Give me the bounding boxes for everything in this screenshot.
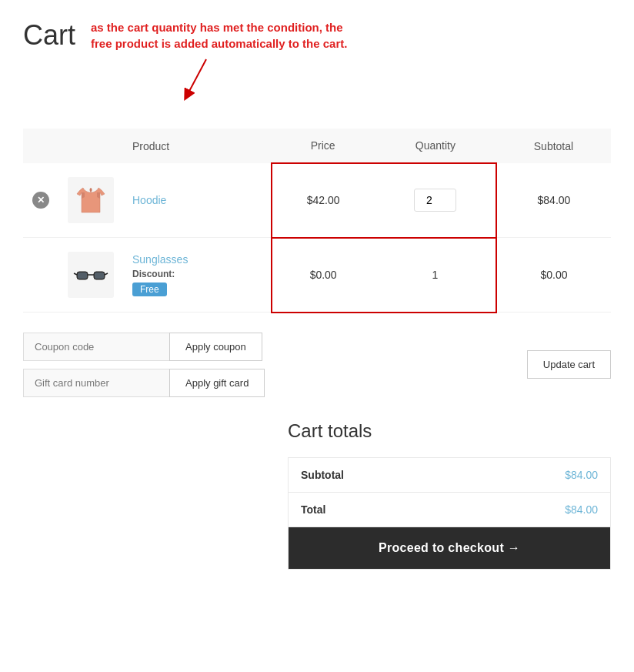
col-header-subtotal: Subtotal (496, 129, 611, 163)
hoodie-price-cell: $42.00 (272, 163, 375, 238)
sunglasses-qty: 1 (432, 269, 438, 281)
free-badge: Free (132, 283, 167, 296)
total-row: Total $84.00 (289, 492, 611, 527)
product-name-cell: Hoodie (123, 163, 272, 238)
col-header-quantity: Quantity (375, 129, 496, 163)
svg-line-4 (74, 273, 77, 275)
subtotal-value: $84.00 (462, 457, 611, 492)
hoodie-subtotal-cell: $84.00 (496, 163, 611, 238)
table-row: ✕ Hoodie $42.00 (23, 163, 611, 238)
apply-coupon-button[interactable]: Apply coupon (169, 333, 262, 361)
page-title: Cart (23, 19, 75, 52)
totals-table: Subtotal $84.00 Total $84.00 Proceed to … (288, 457, 611, 570)
col-header-price: Price (272, 129, 375, 163)
cart-totals-title: Cart totals (288, 420, 611, 442)
hoodie-image (68, 177, 114, 223)
cart-table: Product Price Quantity Subtotal ✕ (23, 129, 611, 313)
col-header-product: Product (123, 129, 272, 163)
sunglasses-image-cell (58, 238, 123, 313)
sunglasses-link[interactable]: Sunglasses (132, 253, 188, 266)
hoodie-qty-input[interactable] (414, 189, 456, 212)
svg-rect-7 (95, 272, 104, 279)
sunglasses-subtotal: $0.00 (540, 269, 567, 281)
svg-line-5 (105, 273, 108, 275)
coupon-input[interactable] (23, 333, 169, 361)
table-row: Sunglasses Discount: Free $0.00 1 $0.00 (23, 238, 611, 313)
checkout-row: Proceed to checkout → (289, 527, 611, 569)
sunglasses-image (68, 252, 114, 298)
remove-button[interactable]: ✕ (32, 192, 49, 209)
giftcard-input[interactable] (23, 369, 169, 397)
giftcard-group: Apply gift card (23, 369, 265, 397)
product-image-cell (58, 163, 123, 238)
header-area: Cart as the cart quantity has met the co… (23, 15, 611, 105)
remove-cell: ✕ (23, 163, 58, 238)
annotation-text: as the cart quantity has met the conditi… (91, 15, 347, 105)
remove-cell-sunglasses (23, 238, 58, 313)
total-label: Total (289, 492, 462, 527)
total-value: $84.00 (462, 492, 611, 527)
cart-actions-row: Apply coupon Apply gift card Update cart (23, 333, 611, 397)
sunglasses-qty-cell: 1 (375, 238, 496, 313)
annotation-arrow (91, 52, 347, 105)
subtotal-label: Subtotal (289, 457, 462, 492)
sunglasses-subtotal-cell: $0.00 (496, 238, 611, 313)
left-actions: Apply coupon Apply gift card (23, 333, 265, 397)
checkout-button[interactable]: Proceed to checkout → (289, 527, 610, 569)
col-header-image (58, 129, 123, 163)
col-header-remove (23, 129, 58, 163)
hoodie-link[interactable]: Hoodie (132, 194, 166, 206)
hoodie-subtotal: $84.00 (538, 194, 571, 206)
subtotal-row: Subtotal $84.00 (289, 457, 611, 492)
update-cart-button[interactable]: Update cart (527, 350, 611, 379)
sunglasses-price-cell: $0.00 (272, 238, 375, 313)
discount-label: Discount: (132, 269, 262, 279)
svg-rect-6 (78, 272, 87, 279)
sunglasses-name-cell: Sunglasses Discount: Free (123, 238, 272, 313)
hoodie-price: $42.00 (307, 194, 340, 206)
svg-line-0 (187, 59, 206, 95)
cart-totals-section: Cart totals Subtotal $84.00 Total $84.00… (288, 420, 611, 570)
apply-giftcard-button[interactable]: Apply gift card (169, 369, 265, 397)
sunglasses-price: $0.00 (310, 269, 337, 281)
hoodie-qty-cell (375, 163, 496, 238)
coupon-group: Apply coupon (23, 333, 265, 361)
